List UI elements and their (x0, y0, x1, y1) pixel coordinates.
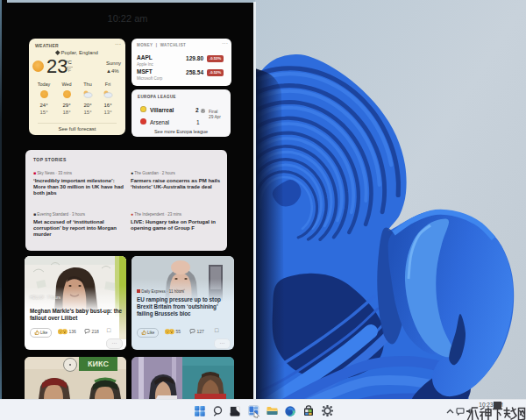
svg-text:КИКС: КИКС (88, 359, 109, 368)
